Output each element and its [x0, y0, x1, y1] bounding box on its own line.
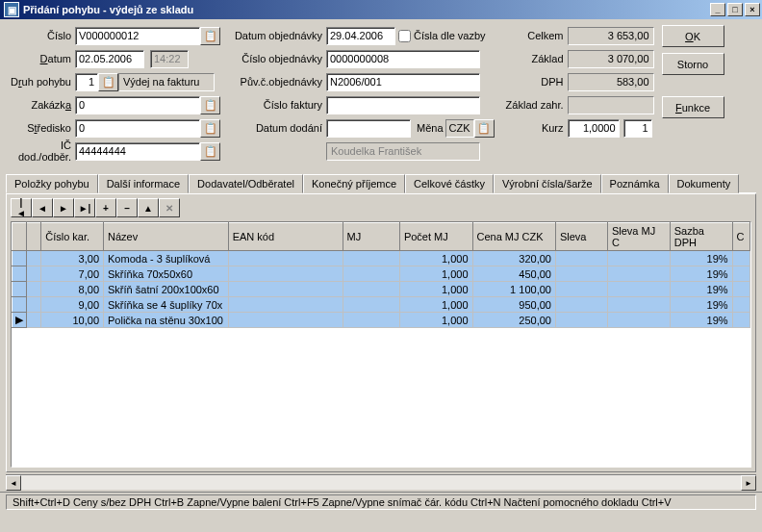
cell-slevamj[interactable]	[607, 251, 670, 266]
zakazka-lookup-icon[interactable]: 📋	[200, 96, 220, 114]
cell-pocet[interactable]: 1,000	[399, 297, 472, 313]
nav-prev[interactable]: ◄	[32, 198, 53, 217]
nav-last[interactable]: ►|	[74, 198, 95, 217]
col-cislo[interactable]: Číslo kar.	[41, 223, 104, 251]
cell-slevamj[interactable]	[607, 282, 670, 297]
puvc-input[interactable]	[326, 73, 480, 91]
table-row[interactable]: 3,00Komoda - 3 šuplíková1,000320,0019%	[13, 251, 750, 266]
cell-sazba[interactable]: 19%	[670, 297, 732, 313]
cell-cena[interactable]: 250,00	[472, 313, 555, 328]
cell-nazev[interactable]: Skříňka 70x50x60	[104, 266, 229, 282]
cell-sleva[interactable]	[555, 251, 607, 266]
cell-sazba[interactable]: 19%	[670, 266, 732, 282]
tab-dalsi[interactable]: Další informace	[98, 174, 189, 193]
storno-button[interactable]: Storno	[662, 53, 724, 75]
kurz-qty-input[interactable]	[623, 119, 652, 138]
close-button[interactable]: ×	[745, 3, 760, 16]
col-ean[interactable]: EAN kód	[228, 223, 343, 251]
cell-cislo[interactable]: 10,00	[41, 313, 104, 328]
stredisko-input[interactable]	[75, 119, 200, 138]
cell-sleva[interactable]	[555, 313, 607, 328]
cell-mj[interactable]	[343, 297, 399, 313]
cell-sleva[interactable]	[555, 282, 607, 297]
cell-c[interactable]	[732, 313, 749, 328]
tab-poznamka[interactable]: Poznámka	[601, 174, 669, 193]
ok-button[interactable]: OK	[662, 25, 724, 47]
nav-add[interactable]: +	[95, 198, 116, 217]
scroll-left-icon[interactable]: ◄	[6, 475, 21, 491]
cell-c[interactable]	[732, 282, 749, 297]
cell-ean[interactable]	[228, 251, 343, 266]
nav-first[interactable]: |◄	[11, 198, 32, 217]
col-c[interactable]: C	[732, 223, 749, 251]
tab-vyrobni[interactable]: Výrobní čísla/šarže	[494, 174, 601, 193]
cell-mj[interactable]	[343, 266, 399, 282]
nav-remove[interactable]: –	[116, 198, 138, 217]
cell-sleva[interactable]	[555, 297, 607, 313]
cell-pocet[interactable]: 1,000	[399, 251, 472, 266]
cell-sleva[interactable]	[555, 266, 607, 282]
cell-cislo[interactable]: 8,00	[41, 282, 104, 297]
items-grid[interactable]: Číslo kar. Název EAN kód MJ Počet MJ Cen…	[11, 221, 751, 468]
stredisko-lookup-icon[interactable]: 📋	[200, 119, 220, 138]
druh-num-input[interactable]	[75, 73, 98, 91]
tab-polozky[interactable]: Položky pohybu	[6, 174, 98, 193]
cislo-input[interactable]	[75, 27, 200, 45]
cell-sazba[interactable]: 19%	[670, 313, 732, 328]
cell-ean[interactable]	[228, 282, 343, 297]
cell-nazev[interactable]: Polička na stěnu 30x100	[104, 313, 229, 328]
cell-ean[interactable]	[228, 266, 343, 282]
ic-lookup-icon[interactable]: 📋	[200, 142, 220, 161]
tab-dokumenty[interactable]: Dokumenty	[669, 174, 740, 193]
ic-input[interactable]	[75, 142, 200, 161]
tab-dodavatel[interactable]: Dodavatel/Odběratel	[189, 174, 303, 193]
nav-cancel[interactable]: ✕	[159, 198, 180, 217]
kurz-input[interactable]	[568, 119, 620, 138]
col-cena[interactable]: Cena MJ CZK	[472, 223, 555, 251]
tab-konecny[interactable]: Konečný příjemce	[303, 174, 405, 193]
cell-c[interactable]	[732, 297, 749, 313]
cell-mj[interactable]	[343, 313, 399, 328]
table-row[interactable]: 7,00Skříňka 70x50x601,000450,0019%	[13, 266, 750, 282]
scroll-right-icon[interactable]: ►	[741, 475, 756, 491]
tab-celkove[interactable]: Celkové částky	[405, 174, 494, 193]
cell-ean[interactable]	[228, 297, 343, 313]
cell-slevamj[interactable]	[607, 297, 670, 313]
cell-cislo[interactable]: 9,00	[41, 297, 104, 313]
cell-slevamj[interactable]	[607, 313, 670, 328]
minimize-button[interactable]: _	[710, 3, 725, 16]
cell-cena[interactable]: 950,00	[472, 297, 555, 313]
table-row[interactable]: ▶10,00Polička na stěnu 30x1001,000250,00…	[13, 313, 750, 328]
cell-c[interactable]	[732, 266, 749, 282]
cell-pocet[interactable]: 1,000	[399, 313, 472, 328]
maximize-button[interactable]: □	[727, 3, 743, 16]
cell-cena[interactable]: 1 100,00	[472, 282, 555, 297]
zakazka-input[interactable]	[75, 96, 200, 114]
datum-obj-input[interactable]	[326, 27, 395, 45]
nav-next[interactable]: ►	[53, 198, 74, 217]
cell-sazba[interactable]: 19%	[670, 251, 732, 266]
mena-lookup-icon[interactable]: 📋	[474, 119, 495, 138]
cell-nazev[interactable]: Komoda - 3 šuplíková	[104, 251, 229, 266]
cell-pocet[interactable]: 1,000	[399, 266, 472, 282]
cisla-dle-vazby-checkbox[interactable]	[398, 30, 411, 42]
table-row[interactable]: 8,00Skříň šatní 200x100x601,0001 100,001…	[13, 282, 750, 297]
cislo-lookup-icon[interactable]: 📋	[200, 27, 220, 45]
cislo-obj-input[interactable]	[326, 50, 480, 68]
col-sleva[interactable]: Sleva	[555, 223, 607, 251]
datum-input[interactable]	[75, 50, 144, 68]
cell-nazev[interactable]: Skříň šatní 200x100x60	[104, 282, 229, 297]
cell-ean[interactable]	[228, 313, 343, 328]
col-pocet[interactable]: Počet MJ	[399, 223, 472, 251]
cell-cena[interactable]: 450,00	[472, 266, 555, 282]
cell-cislo[interactable]: 3,00	[41, 251, 104, 266]
cell-nazev[interactable]: Skříňka se 4 šuplíky 70x	[104, 297, 229, 313]
cell-c[interactable]	[732, 251, 749, 266]
funkce-button[interactable]: Funkce	[662, 96, 724, 118]
datum-dodani-input[interactable]	[326, 119, 411, 138]
horizontal-scrollbar[interactable]: ◄ ►	[6, 474, 756, 490]
cell-sazba[interactable]: 19%	[670, 282, 732, 297]
nav-edit[interactable]: ▲	[138, 198, 159, 217]
col-nazev[interactable]: Název	[104, 223, 229, 251]
cell-pocet[interactable]: 1,000	[399, 282, 472, 297]
